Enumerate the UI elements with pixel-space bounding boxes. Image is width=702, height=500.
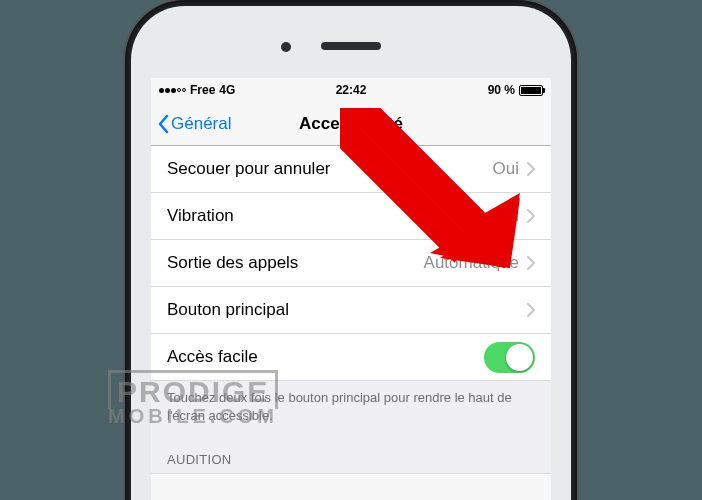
settings-list: Secouer pour annuler Oui Vibration Oui S… — [151, 146, 551, 474]
row-value: Oui — [493, 159, 519, 179]
carrier-label: Free — [190, 83, 215, 97]
network-label: 4G — [219, 83, 235, 97]
clock: 22:42 — [336, 83, 367, 97]
battery-icon — [519, 85, 543, 96]
chevron-right-icon — [527, 209, 535, 223]
chevron-right-icon — [527, 303, 535, 317]
row-value: Oui — [493, 206, 519, 226]
row-shake-to-undo[interactable]: Secouer pour annuler Oui — [151, 146, 551, 193]
signal-strength-icon — [159, 88, 186, 93]
chevron-right-icon — [527, 162, 535, 176]
chevron-right-icon — [527, 256, 535, 270]
chevron-left-icon — [157, 114, 169, 134]
row-label: Sortie des appels — [167, 253, 424, 273]
screen: Free 4G 22:42 90 % Général Accessibilité — [151, 78, 551, 500]
front-camera — [281, 42, 291, 52]
row-home-button[interactable]: Bouton principal — [151, 287, 551, 334]
reachability-footer: Touchez deux fois le bouton principal po… — [151, 381, 551, 434]
row-reachability: Accès facile — [151, 334, 551, 381]
status-left: Free 4G — [159, 83, 336, 97]
back-button[interactable]: Général — [151, 114, 231, 134]
status-bar: Free 4G 22:42 90 % — [151, 78, 551, 102]
reachability-toggle[interactable] — [484, 342, 535, 373]
section-header-hearing: AUDITION — [151, 434, 551, 474]
row-label: Vibration — [167, 206, 493, 226]
row-value: Automatique — [424, 253, 519, 273]
row-vibration[interactable]: Vibration Oui — [151, 193, 551, 240]
phone-bezel: Free 4G 22:42 90 % Général Accessibilité — [131, 6, 571, 500]
navigation-bar: Général Accessibilité — [151, 102, 551, 146]
back-label: Général — [171, 114, 231, 134]
row-label: Bouton principal — [167, 300, 527, 320]
earpiece-speaker — [321, 42, 381, 50]
row-label: Secouer pour annuler — [167, 159, 493, 179]
status-right: 90 % — [366, 83, 543, 97]
battery-percent: 90 % — [488, 83, 515, 97]
phone-frame: Free 4G 22:42 90 % Général Accessibilité — [125, 0, 577, 500]
row-label: Accès facile — [167, 347, 484, 367]
row-call-audio-routing[interactable]: Sortie des appels Automatique — [151, 240, 551, 287]
